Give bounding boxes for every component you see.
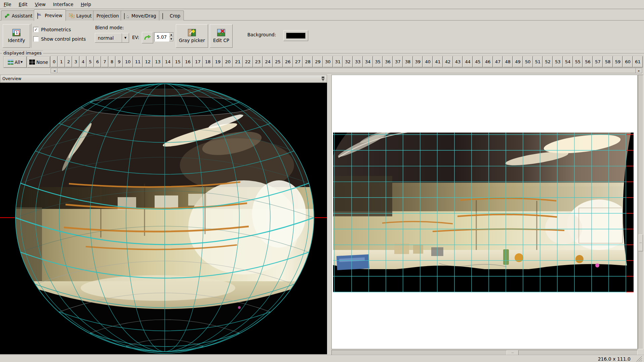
- image-toggle-button[interactable]: 40: [423, 56, 433, 67]
- image-toggle-button[interactable]: 12: [143, 56, 153, 67]
- ev-reset-button[interactable]: [142, 32, 153, 43]
- image-toggle-button[interactable]: 10: [123, 56, 133, 67]
- image-toggle-button[interactable]: 4: [80, 56, 86, 67]
- image-toggle-button[interactable]: 47: [493, 56, 503, 67]
- image-toggle-button[interactable]: 30: [323, 56, 333, 67]
- image-toggle-button[interactable]: 18: [203, 56, 213, 67]
- preview-canvas[interactable]: [332, 75, 637, 349]
- spin-down-icon[interactable]: ▼: [169, 37, 173, 41]
- image-toggle-button[interactable]: 0: [51, 56, 57, 67]
- image-toggle-button[interactable]: 3: [72, 56, 79, 67]
- tab-assistant[interactable]: Assistant: [1, 10, 36, 21]
- image-toggle-button[interactable]: 11: [133, 56, 143, 67]
- image-toggle-button[interactable]: 56: [583, 56, 593, 67]
- preview-horizontal-scrollbar[interactable]: [331, 350, 638, 356]
- image-toggle-button[interactable]: 51: [533, 56, 543, 67]
- image-toggle-button[interactable]: 20: [223, 56, 233, 67]
- edit-cp-button[interactable]: Edit CP: [210, 24, 233, 48]
- image-toggle-button[interactable]: 61: [633, 56, 643, 67]
- resize-grip[interactable]: [634, 356, 643, 362]
- image-toggle-button[interactable]: 31: [333, 56, 343, 67]
- image-toggle-button[interactable]: 1: [58, 56, 65, 67]
- image-toggle-button[interactable]: 52: [543, 56, 553, 67]
- identify-button[interactable]: 1 Identify: [3, 24, 30, 48]
- image-toggle-button[interactable]: 15: [173, 56, 183, 67]
- menu-edit[interactable]: Edit: [15, 1, 31, 8]
- image-toggle-button[interactable]: 28: [303, 56, 313, 67]
- ev-spinner[interactable]: 5.07 ▲ ▼: [154, 32, 174, 42]
- image-toggle-button[interactable]: 53: [553, 56, 563, 67]
- image-toggle-button[interactable]: 7: [101, 56, 108, 67]
- image-toggle-button[interactable]: 37: [393, 56, 403, 67]
- tab-preview[interactable]: GL Preview: [34, 9, 66, 21]
- pin-icon[interactable]: [321, 76, 325, 81]
- image-toggle-button[interactable]: 46: [483, 56, 493, 67]
- vertical-scrollbar-thumb[interactable]: [638, 234, 643, 251]
- image-toggle-button[interactable]: 23: [253, 56, 263, 67]
- image-toggle-button[interactable]: 9: [116, 56, 122, 67]
- image-toggle-button[interactable]: 8: [109, 56, 115, 67]
- image-toggle-button[interactable]: 41: [433, 56, 443, 67]
- tab-move-drag[interactable]: Move/Drag: [121, 10, 160, 21]
- menu-file[interactable]: File: [0, 1, 15, 8]
- image-toggle-button[interactable]: 44: [463, 56, 473, 67]
- background-color-button[interactable]: [283, 30, 308, 41]
- image-strip-scrollbar[interactable]: ◄ ►: [51, 68, 643, 74]
- image-toggle-button[interactable]: 43: [453, 56, 463, 67]
- image-toggle-button[interactable]: 2: [65, 56, 72, 67]
- gray-picker-button[interactable]: Gray picker: [176, 24, 208, 48]
- image-toggle-button[interactable]: 26: [283, 56, 293, 67]
- image-toggle-button[interactable]: 13: [153, 56, 163, 67]
- overview-title-bar[interactable]: Overview: [0, 75, 327, 83]
- image-toggle-button[interactable]: 54: [563, 56, 573, 67]
- menu-help[interactable]: Help: [77, 1, 95, 8]
- image-toggle-button[interactable]: 57: [593, 56, 603, 67]
- image-toggle-button[interactable]: 24: [263, 56, 273, 67]
- image-toggle-button[interactable]: 59: [613, 56, 623, 67]
- tab-crop[interactable]: Crop: [159, 10, 184, 21]
- menu-interface[interactable]: Interface: [49, 1, 77, 8]
- image-toggle-button[interactable]: 35: [373, 56, 383, 67]
- image-toggle-button[interactable]: 34: [363, 56, 373, 67]
- spin-up-icon[interactable]: ▲: [169, 33, 173, 37]
- horizontal-scrollbar-thumb[interactable]: [507, 350, 519, 355]
- show-all-images-button[interactable]: All ▼: [4, 57, 27, 68]
- image-toggle-button[interactable]: 27: [293, 56, 303, 67]
- show-no-images-button[interactable]: None: [27, 57, 50, 68]
- preview-vertical-scrollbar[interactable]: [638, 75, 643, 349]
- image-toggle-button[interactable]: 39: [413, 56, 423, 67]
- image-toggle-button[interactable]: 58: [603, 56, 613, 67]
- overview-canvas[interactable]: [0, 83, 327, 354]
- image-toggle-button[interactable]: 17: [193, 56, 203, 67]
- image-toggle-button[interactable]: 42: [443, 56, 453, 67]
- image-toggle-button[interactable]: 33: [353, 56, 363, 67]
- image-toggle-button[interactable]: 22: [243, 56, 253, 67]
- image-toggle-button[interactable]: 6: [94, 56, 101, 67]
- scrollbar-thumb[interactable]: [57, 68, 636, 73]
- image-toggle-button[interactable]: 49: [513, 56, 523, 67]
- scroll-left-arrow[interactable]: ◄: [51, 68, 57, 73]
- image-toggle-button[interactable]: 45: [473, 56, 483, 67]
- image-toggle-button[interactable]: 32: [343, 56, 353, 67]
- image-toggle-button[interactable]: 16: [183, 56, 193, 67]
- image-toggle-button[interactable]: 55: [573, 56, 583, 67]
- photometrics-checkbox[interactable]: ✓: [33, 27, 39, 32]
- panel-splitter[interactable]: [327, 75, 331, 354]
- image-toggle-button[interactable]: 50: [523, 56, 533, 67]
- blend-mode-select[interactable]: normal ▼: [95, 33, 129, 43]
- image-toggle-button[interactable]: 36: [383, 56, 393, 67]
- image-toggle-button[interactable]: 60: [623, 56, 633, 67]
- image-toggle-button[interactable]: 19: [213, 56, 223, 67]
- image-toggle-button[interactable]: 48: [503, 56, 513, 67]
- image-toggle-button[interactable]: 5: [87, 56, 93, 67]
- image-toggle-button[interactable]: 25: [273, 56, 283, 67]
- tab-projection[interactable]: Projection: [93, 10, 122, 21]
- image-toggle-button[interactable]: 38: [403, 56, 413, 67]
- scroll-right-arrow[interactable]: ►: [636, 68, 642, 73]
- image-toggle-button[interactable]: 14: [163, 56, 173, 67]
- show-control-points-checkbox[interactable]: [33, 36, 39, 42]
- menu-view[interactable]: View: [31, 1, 49, 8]
- image-toggle-button[interactable]: 29: [313, 56, 323, 67]
- image-toggle-button[interactable]: 21: [233, 56, 243, 67]
- tab-layout[interactable]: Layout: [66, 10, 95, 21]
